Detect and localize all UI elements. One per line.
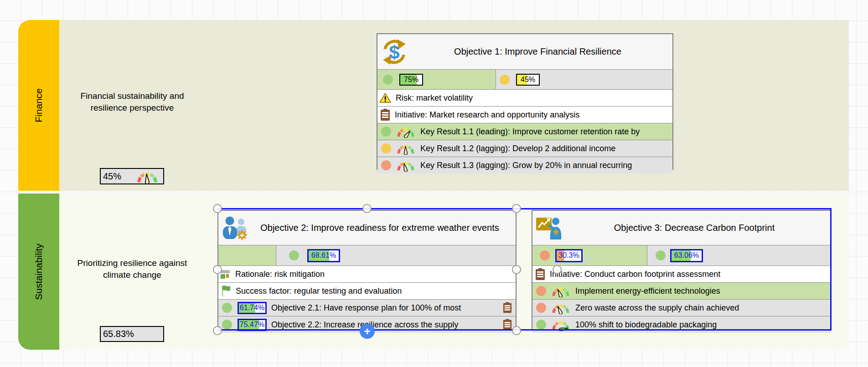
lane-label-sustainability-text: Sustainability: [33, 244, 44, 300]
objective-1-title: Objective 1: Improve Financial Resilienc…: [425, 46, 625, 57]
svg-text:$: $: [389, 41, 399, 62]
lane-label-finance[interactable]: Finance: [18, 20, 59, 191]
success-factor-text: Success factor: regular testing and eval…: [236, 286, 402, 296]
selection-handle-middle-left[interactable]: [213, 265, 222, 274]
selection-handle-top-right[interactable]: [512, 204, 521, 213]
plus-icon: +: [364, 325, 370, 338]
risk-text: Risk: market volatility: [396, 93, 473, 103]
objective-3-header[interactable]: Objective 3: Decrease Carbon Footprint: [532, 211, 831, 245]
status-dot-red: [536, 286, 546, 296]
progress-badge: 61.74%: [238, 302, 267, 314]
progress-cell-green: 30.3%: [532, 245, 647, 265]
diagram-canvas: { "colors": { "finance_label": "#fdc500"…: [0, 0, 868, 367]
objective-2-header[interactable]: Objective 2: Improve readiness for extre…: [218, 211, 516, 245]
dollar-cycle-icon: $: [381, 39, 408, 65]
risk-row[interactable]: Risk: market volatility: [377, 89, 672, 106]
key-result-row[interactable]: Implement energy-efficient technologies: [532, 282, 831, 299]
progress-badge: 45%: [516, 74, 540, 86]
sustainability-score-value: 65.83%: [103, 329, 134, 339]
key-result-text: Zero waste across the supply chain achie…: [575, 303, 739, 313]
selection-handle-objective-3-left[interactable]: [553, 265, 562, 274]
status-dot-green: [536, 320, 546, 330]
key-result-text: Key Result 1.3 (lagging): Grow by 20% in…: [420, 161, 632, 170]
key-result-text: 100% shift to biodegradable packaging: [575, 320, 717, 330]
progress-badge: 63.06%: [670, 249, 703, 262]
key-result-row[interactable]: Zero waste across the supply chain achie…: [532, 299, 831, 316]
status-dot-red: [536, 303, 546, 313]
initiative-text: Initiative: Conduct carbon footprint ass…: [550, 270, 720, 279]
progress-cell-gray: 45%: [496, 70, 672, 89]
status-dot-green: [289, 250, 299, 260]
status-dot-green: [381, 127, 391, 137]
selection-border-bottom: [217, 329, 832, 331]
selection-border-right: [830, 208, 832, 331]
objective-2-title: Objective 2: Improve readiness for extre…: [231, 223, 503, 233]
add-child-button[interactable]: +: [360, 324, 375, 339]
gauge-icon: [551, 301, 571, 314]
selection-handle-top-left[interactable]: [213, 204, 222, 213]
objective-2-card[interactable]: Objective 2: Improve readiness for extre…: [217, 210, 517, 330]
clipboard-icon: [503, 302, 512, 314]
key-result-text: Key Result 1.2 (lagging): Develop 2 addi…: [420, 144, 615, 153]
sub-objective-text: Objective 2.1: Have response plan for 10…: [271, 303, 461, 313]
status-dot-red: [540, 250, 550, 260]
progress-badge: 30.3%: [555, 249, 583, 262]
selection-handle-bottom-left[interactable]: [213, 326, 222, 335]
status-dot-green: [383, 75, 393, 85]
flag-icon: [221, 285, 231, 297]
selection-handle-top-middle[interactable]: [362, 204, 372, 213]
objective-1-card[interactable]: $ Objective 1: Improve Financial Resilie…: [377, 33, 673, 170]
lane-label-sustainability[interactable]: Sustainability: [18, 194, 59, 350]
finance-gauge-value: 45%: [103, 171, 121, 182]
status-dot-yellow: [381, 143, 391, 153]
initiative-row[interactable]: Initiative: Conduct carbon footprint ass…: [532, 265, 831, 282]
objective-1-progress-bar[interactable]: 75% 45%: [377, 69, 672, 89]
status-dot-green: [222, 320, 232, 330]
objective-1-header[interactable]: $ Objective 1: Improve Financial Resilie…: [377, 34, 672, 69]
progress-cell-green: 75%: [377, 70, 496, 89]
key-result-text: Key Result 1.1 (leading): Improve custom…: [420, 127, 640, 137]
sustainability-description[interactable]: Prioritizing resilience against climate …: [73, 257, 191, 281]
objective-3-card[interactable]: Objective 3: Decrease Carbon Footprint 3…: [532, 210, 832, 330]
gauge-icon: [396, 142, 416, 155]
initiative-row[interactable]: Initiative: Market research and opportun…: [377, 106, 672, 123]
warning-icon: [379, 92, 391, 103]
key-result-text: Implement energy-efficient technologies: [575, 286, 720, 296]
progress-cell-green: [218, 245, 276, 265]
gauge-icon: [134, 169, 161, 184]
selection-handle-bottom-right[interactable]: [512, 326, 521, 335]
selection-border-top: [217, 208, 832, 209]
finance-description[interactable]: Financial sustainability and resilience …: [68, 90, 196, 114]
progress-cell-gray: 68.61%: [276, 245, 516, 265]
objective-3-progress-bar[interactable]: 30.3% 63.06%: [532, 245, 831, 265]
initiative-text: Initiative: Market research and opportun…: [395, 110, 579, 120]
status-dot-green: [656, 250, 666, 260]
gauge-icon: [551, 285, 571, 297]
clipboard-icon: [535, 268, 545, 280]
finance-gauge-widget[interactable]: 45%: [100, 168, 164, 184]
key-result-row[interactable]: Key Result 1.1 (leading): Improve custom…: [377, 123, 672, 140]
selection-handle-middle-right[interactable]: [512, 265, 521, 274]
progress-badge: 75%: [399, 74, 423, 86]
rationale-row[interactable]: Rationale: risk mitigation: [218, 265, 516, 282]
key-result-row[interactable]: Key Result 1.2 (lagging): Develop 2 addi…: [377, 140, 672, 157]
key-result-row[interactable]: Key Result 1.3 (lagging): Grow by 20% in…: [377, 157, 672, 173]
clipboard-icon: [380, 109, 390, 121]
objective-2-progress-bar[interactable]: 68.61%: [218, 245, 516, 265]
progress-badge: 68.61%: [307, 249, 340, 262]
status-dot-green: [222, 303, 232, 313]
team-gear-icon: [222, 216, 250, 240]
progress-cell-gray: 63.06%: [647, 245, 831, 265]
objective-3-title: Objective 3: Decrease Carbon Footprint: [585, 223, 778, 233]
gauge-icon: [396, 159, 416, 172]
status-dot-red: [381, 160, 391, 170]
status-dot-yellow: [500, 75, 510, 85]
rationale-text: Rationale: risk mitigation: [235, 270, 325, 279]
presenter-chart-icon: [536, 216, 563, 240]
sustainability-score-widget[interactable]: 65.83%: [100, 326, 164, 342]
sub-objective-row[interactable]: 61.74% Objective 2.1: Have response plan…: [218, 299, 516, 316]
success-factor-row[interactable]: Success factor: regular testing and eval…: [218, 282, 516, 299]
lane-label-finance-text: Finance: [33, 88, 44, 122]
gauge-icon: [396, 125, 416, 138]
